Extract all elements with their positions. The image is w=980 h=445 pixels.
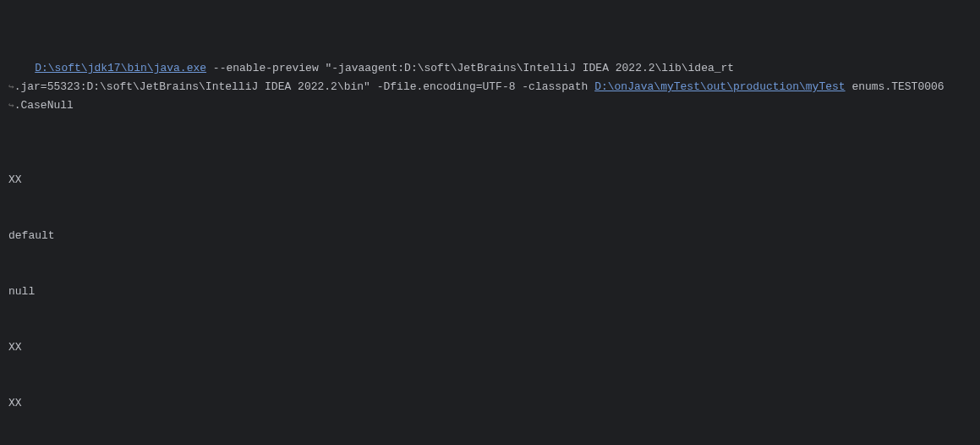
java-exe-link[interactable]: D:\soft\jdk17\bin\java.exe xyxy=(35,62,206,74)
main-class-text: enums.TEST0006 xyxy=(846,80,944,93)
command-suffix: .CaseNull xyxy=(14,99,74,112)
output-line: XX xyxy=(8,171,972,190)
classpath-link[interactable]: D:\onJava\myTest\out\production\myTest xyxy=(594,80,845,93)
command-args-2: .jar=55323:D:\soft\JetBrains\IntelliJ ID… xyxy=(14,80,595,93)
wrap-indicator-icon: ↪ xyxy=(8,101,14,111)
output-line: null xyxy=(8,283,972,301)
console-output-panel[interactable]: D:\soft\jdk17\bin\java.exe --enable-prev… xyxy=(8,3,972,445)
output-line: XX xyxy=(8,394,972,413)
java-command-line: D:\soft\jdk17\bin\java.exe --enable-prev… xyxy=(8,41,972,134)
output-line: default xyxy=(8,227,972,245)
output-line: XX xyxy=(8,338,972,357)
wrap-indicator-icon: ↪ xyxy=(8,82,14,92)
command-args-1: --enable-preview "-javaagent:D:\soft\Jet… xyxy=(206,62,734,74)
